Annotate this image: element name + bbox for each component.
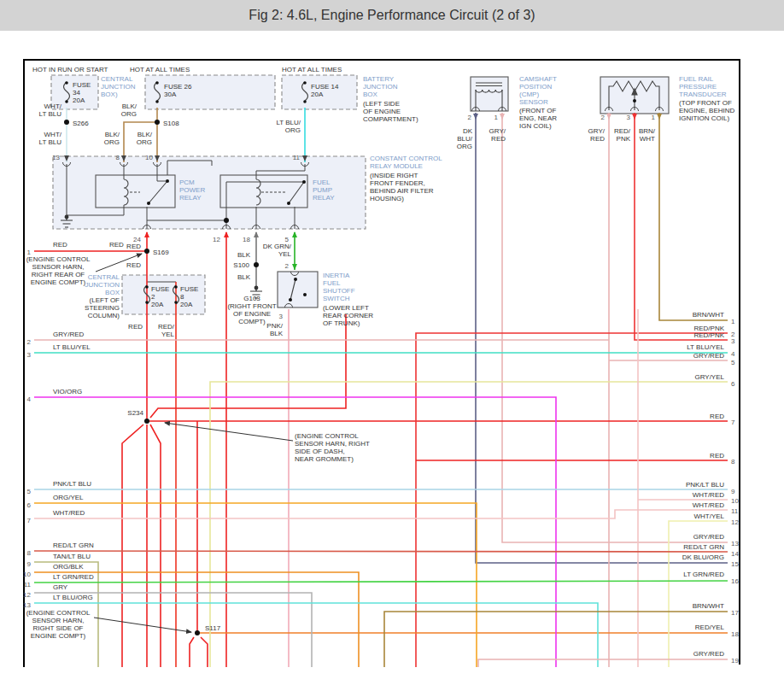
flow-arrow [657,114,662,120]
diagram-label: (LOWER LEFT [323,304,369,312]
diagram-label: VIO/ORG [53,388,82,395]
diagram-label: PNK [617,135,631,143]
diagram-label: BLK/ [137,131,153,138]
diagram-label: FUEL [313,179,331,186]
diagram-label: ENGINE, BEHIND [679,107,735,114]
junction-dot [174,301,178,304]
diagram-label: ORG/BLK [53,563,84,571]
flow-arrow [144,231,149,237]
diagram-label: RED [126,243,141,250]
diagram-label: 3 [731,337,735,345]
flow-arrow [632,114,637,120]
diagram-label: YEL [278,250,292,258]
wire-redpnk [635,113,728,340]
diagram-label: 7 [27,517,32,524]
wire-red [150,425,161,667]
diagram-label: 12 [731,518,739,526]
junction-dot [65,100,68,103]
diagram-label: BLK [237,273,251,281]
diagram-label: CENTRAL [101,75,133,83]
component-box [96,175,175,208]
diagram-label: OF ENGINE [363,108,401,115]
diagram-label: GRY/YEL [694,373,724,381]
diagram-label: 11 [731,507,739,515]
diagram-label: RED [710,452,724,460]
diagram-label: WHT/RED [693,501,725,509]
diagram-label: S169 [153,249,169,256]
diagram-label: BOX) [101,91,118,98]
junction-dot [224,218,229,223]
wire-redltgrn [34,551,728,552]
diagram-label: PNK/LT BLU [686,481,724,489]
diagram-label: 2 [468,114,472,121]
component-box-dashed [122,275,205,314]
diagram-label: GRY/RED [693,533,725,541]
diagram-label: PNK/ [266,322,283,330]
flow-arrow [292,231,297,237]
diagram-label: 4 [27,395,32,403]
diagram-label: ENGINE COMPT) [31,278,86,286]
junction-dot [147,202,150,205]
diagram-label: BLK/ [105,131,120,138]
diagram-label: 8 [180,293,184,301]
diagram-label: BRN/ [639,127,656,135]
diagram-label: GRY/ [489,127,506,135]
diagram-label: OF TRUNK) [323,319,360,327]
diagram-label: JUNCTION [363,83,398,91]
diagram-label: (CMP) [519,91,539,98]
diagram-label: 12 [213,236,220,243]
diagram-label: RED [590,135,605,143]
splice-s100 [254,262,259,267]
wire-red [122,425,143,667]
diagram-label: ORG/YEL [53,494,84,501]
junction-dot [155,100,159,103]
diagram-label: 34 [73,89,80,97]
diagram-label: LT BLU/YEL [53,343,91,351]
flow-arrow [254,231,259,237]
diagram-label: RED/ [158,323,175,331]
diagram-label: WHT [640,135,655,143]
diagram-label: 8 [27,549,32,557]
diagram-label: LT GRN/RED [683,571,724,578]
diagram-label: 20A [311,91,324,98]
junction-dot [303,100,307,103]
diagram-label: RED [128,323,143,331]
diagram-label: RED [710,413,724,420]
diagram-label: DK GRN/ [263,243,292,250]
diagram-label: 4 [731,350,735,358]
diagram-label: POWER [179,186,205,194]
diagram-label: 8 [731,458,735,466]
wire-red [190,637,194,667]
wiring-diagram-canvas: HOT IN RUN OR STARTHOT AT ALL TIMESHOT A… [0,0,784,691]
diagram-label: 6 [731,380,735,388]
diagram-label: LT BLU/ORG [53,594,93,601]
diagram-label: S117 [205,624,221,632]
junction-dot [303,293,307,296]
diagram-label: WHT/YEL [693,512,724,520]
diagram-label: JUNCTION [85,281,120,289]
diagram-label: 20A [180,301,193,308]
diagram-label: (ENGINE CONTROL [26,609,91,617]
junction-dot [145,285,149,289]
annotation-arrow [165,423,293,441]
diagram-label: S266 [73,120,89,127]
diagram-label: (LEFT OF [90,296,120,304]
diagram-label: ORG [104,138,120,146]
diagram-label: FUEL RAIL [679,75,714,83]
diagram-label: PCM [179,179,195,186]
diagram-label: (FRONT OF [519,107,557,114]
diagram-label: ENGINE COMPT) [31,632,86,640]
diagram-label: 2 [285,262,290,270]
diagram-label: (LEFT SIDE [363,100,400,108]
flow-arrow [224,231,229,237]
diagram-label: 11 [293,154,301,161]
wiring-diagram: HOT IN RUN OR STARTHOT AT ALL TIMESHOT A… [0,0,784,691]
junction-dot [294,278,297,281]
diagram-label: CAMSHAFT [519,75,557,83]
diagram-label: SWITCH [323,295,350,302]
junction-dot [145,301,149,304]
diagram-label: ORG [457,143,472,150]
diagram-label: BRN/WHT [693,602,724,610]
diagram-label: CONSTANT CONTROL [370,155,442,162]
diagram-label: ORG [137,138,152,146]
